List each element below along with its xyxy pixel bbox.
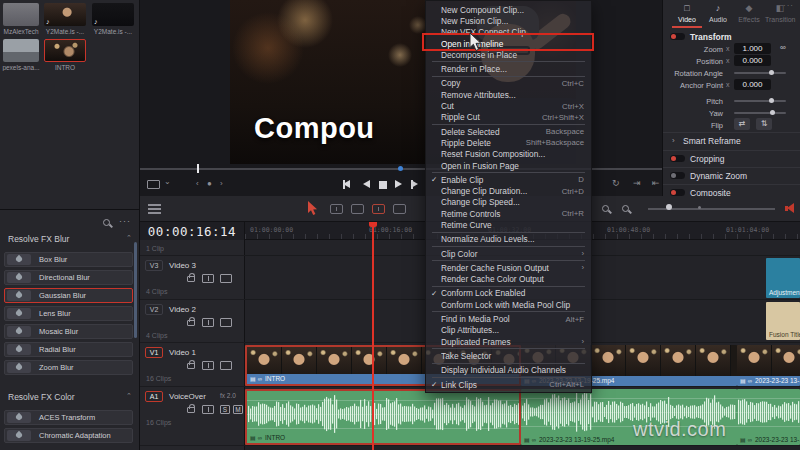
menu-item-ripple-delete[interactable]: Ripple DeleteShift+Backspace: [426, 137, 591, 148]
audio-monitor-icon[interactable]: [785, 203, 799, 214]
menu-item-cut[interactable]: CutCtrl+X: [426, 100, 591, 111]
section-toggle[interactable]: [670, 172, 685, 179]
jog-control[interactable]: ‹ ● ›: [196, 179, 226, 188]
menu-item-retime-curve[interactable]: Retime Curve: [426, 219, 591, 230]
track-badge-V3[interactable]: V3: [145, 260, 163, 271]
track-header-V2[interactable]: V2Video 24 Clips: [140, 300, 245, 343]
slider-knob[interactable]: [769, 70, 774, 75]
menu-item-conform-lock-enabled[interactable]: ✓Conform Lock Enabled: [426, 288, 591, 299]
track-header-V3[interactable]: V3Video 34 Clips: [140, 256, 245, 300]
audio-clip-INTRO[interactable]: ▤∞INTRO: [245, 389, 521, 445]
auto-select-icon[interactable]: [202, 405, 214, 414]
trim-edit-mode-icon[interactable]: [330, 204, 343, 214]
fx-item-directional-blur[interactable]: Directional Blur: [4, 270, 133, 285]
menu-item-open-in-fusion-page[interactable]: Open in Fusion Page: [426, 160, 591, 171]
fx-item-aces-transform[interactable]: ACES Transform: [4, 410, 133, 425]
menu-item-render-in-place[interactable]: Render in Place...: [426, 63, 591, 74]
menu-item-retime-controls[interactable]: Retime ControlsCtrl+R: [426, 208, 591, 219]
track-header-V1[interactable]: V1Video 116 Clips: [140, 343, 245, 387]
video-clip-2023-23-23 13-19-25.mp4[interactable]: ▤∞2023-23-23 13-19-25.mp4: [737, 345, 800, 386]
menu-item-clip-attributes[interactable]: Clip Attributes...: [426, 325, 591, 336]
search-icon[interactable]: [103, 219, 110, 226]
media-pool-item-Y2Mate.is -...[interactable]: ♪: [92, 3, 134, 26]
section-toggle[interactable]: [670, 155, 685, 162]
zoom-custom-icon[interactable]: [622, 205, 629, 212]
fx-item-zoom-blur[interactable]: Zoom Blur: [4, 360, 133, 375]
menu-item-change-clip-duration[interactable]: Change Clip Duration...Ctrl+D: [426, 185, 591, 196]
fx-item-box-blur[interactable]: Box Blur: [4, 252, 133, 267]
fx-item-lens-blur[interactable]: Lens Blur: [4, 306, 133, 321]
menu-item-display-individual-audio-channels[interactable]: Display Individual Audio Channels: [426, 365, 591, 376]
viewer-zoom-mode-icon[interactable]: [147, 180, 160, 189]
menu-item-change-clip-speed[interactable]: Change Clip Speed...: [426, 197, 591, 208]
auto-select-icon[interactable]: [202, 274, 214, 283]
section-cropping[interactable]: Cropping: [663, 150, 800, 166]
title-clip[interactable]: Fusion Title: [766, 302, 800, 340]
media-pool-item-pexels-ana...[interactable]: [3, 39, 39, 62]
pitch-slider[interactable]: [734, 100, 786, 102]
menu-item-normalize-audio-levels[interactable]: Normalize Audio Levels...: [426, 234, 591, 245]
menu-item-enable-clip[interactable]: ✓Enable ClipD: [426, 174, 591, 185]
slider-knob[interactable]: [769, 98, 774, 103]
tab-transition[interactable]: ◧Transition: [765, 2, 795, 28]
track-header-A1[interactable]: A1VoiceOverSMfx 2.016 Clips: [140, 387, 245, 446]
scrubber-playhead[interactable]: [197, 164, 199, 173]
adjustment-clip[interactable]: Adjustment Clip: [766, 258, 800, 298]
menu-item-find-in-media-pool[interactable]: Find in Media PoolAlt+F: [426, 313, 591, 324]
scrubber-marker[interactable]: [398, 166, 403, 171]
timeline-playhead[interactable]: [372, 222, 374, 450]
effects-scrollbar[interactable]: [134, 242, 137, 338]
chevron-up-icon[interactable]: ⌃: [126, 234, 132, 242]
slider-knob[interactable]: [770, 110, 775, 115]
fx-item-radial-blur[interactable]: Radial Blur: [4, 342, 133, 357]
lock-icon[interactable]: [187, 320, 195, 326]
menu-item-conform-lock-with-media-pool-clip[interactable]: Conform Lock with Media Pool Clip: [426, 299, 591, 310]
mute-icon[interactable]: M: [233, 405, 243, 414]
lock-icon[interactable]: [187, 276, 195, 282]
menu-item-ripple-cut[interactable]: Ripple CutCtrl+Shift+X: [426, 112, 591, 123]
menu-item-clip-color[interactable]: Clip Color›: [426, 248, 591, 259]
flip-vertical-button[interactable]: ⇅: [756, 118, 772, 130]
fx-item-gaussian-blur[interactable]: Gaussian Blur: [4, 288, 133, 303]
menu-item-take-selector[interactable]: Take Selector: [426, 350, 591, 361]
lock-icon[interactable]: [187, 363, 195, 369]
menu-item-render-cache-fusion-output[interactable]: Render Cache Fusion Output›: [426, 262, 591, 273]
track-enable-icon[interactable]: [220, 274, 232, 283]
fx-item-chromatic-adaptation[interactable]: Chromatic Adaptation: [4, 428, 133, 443]
audio-clip-2023-23-23 13-19-25.mp4[interactable]: ▤∞2023-23-23 13-19-25.mp4: [737, 389, 800, 445]
menu-item-new-fusion-clip[interactable]: New Fusion Clip...: [426, 15, 591, 26]
tab-video[interactable]: □Video: [672, 2, 702, 28]
track-enable-icon[interactable]: [220, 361, 232, 370]
menu-item-render-cache-color-output[interactable]: Render Cache Color Output: [426, 274, 591, 285]
track-header-partial[interactable]: 1 Clip: [140, 240, 245, 256]
menu-item-link-clips[interactable]: ✓Link ClipsCtrl+Alt+L: [426, 379, 591, 390]
chevron-up-icon[interactable]: ⌃: [126, 392, 132, 400]
previous-clip-icon[interactable]: ⇤: [652, 178, 660, 188]
section-dynamic-zoom[interactable]: Dynamic Zoom: [663, 167, 800, 183]
zoom-value-field[interactable]: 1.000: [734, 43, 771, 54]
menu-item-duplicated-frames[interactable]: Duplicated Frames›: [426, 336, 591, 347]
section-toggle[interactable]: [670, 189, 685, 196]
solo-icon[interactable]: S: [220, 405, 230, 414]
menu-item-delete-selected[interactable]: Delete SelectedBackspace: [426, 126, 591, 137]
auto-select-icon[interactable]: [202, 361, 214, 370]
effects-options-icon[interactable]: ···: [119, 216, 131, 226]
loop-playback-icon[interactable]: ↻: [612, 178, 620, 188]
track-badge-V1[interactable]: V1: [145, 347, 163, 358]
fx-item-mosaic-blur[interactable]: Mosaic Blur: [4, 324, 133, 339]
auto-select-icon[interactable]: [202, 318, 214, 327]
timeline-zoom-knob[interactable]: [666, 204, 672, 210]
section-smart-reframe[interactable]: ›Smart Reframe: [663, 132, 800, 148]
media-pool-item-MzAlexTech[interactable]: [3, 3, 39, 26]
rotation-angle-slider[interactable]: [734, 72, 786, 74]
media-pool-item-Y2Mate.is -...[interactable]: ♪: [44, 3, 86, 26]
media-pool-item-INTRO[interactable]: [44, 39, 86, 62]
tab-effects[interactable]: ◆Effects: [734, 2, 764, 28]
tab-audio[interactable]: ♪Audio: [703, 2, 733, 28]
track-enable-icon[interactable]: [220, 318, 232, 327]
blade-edit-mode-icon[interactable]: [372, 204, 385, 214]
insert-clip-icon[interactable]: [393, 204, 406, 214]
next-clip-icon[interactable]: ⇥: [633, 178, 641, 188]
menu-item-reset-fusion-composition[interactable]: Reset Fusion Composition...: [426, 149, 591, 160]
dynamic-trim-mode-icon[interactable]: [351, 204, 364, 214]
